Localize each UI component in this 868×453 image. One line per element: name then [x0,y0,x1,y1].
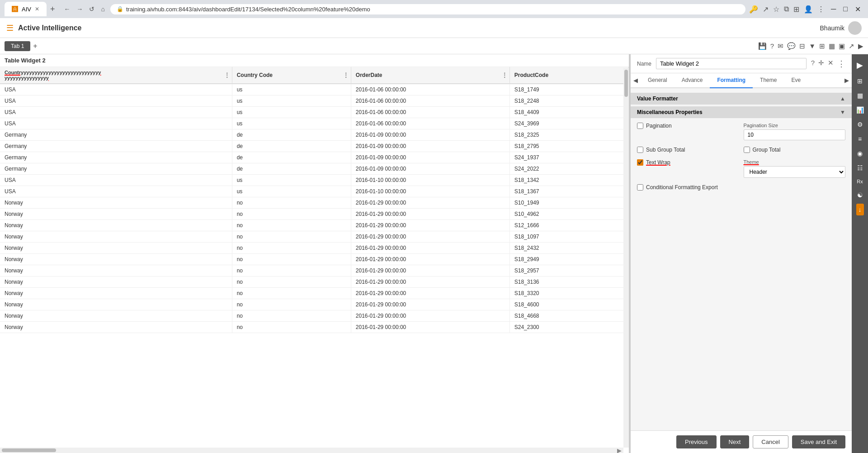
vertical-scrollbar[interactable] [623,68,629,448]
sidebar-icon-dashboard[interactable]: ⊞ [855,75,865,87]
sub-group-checkbox-label[interactable]: Sub Group Total [637,147,739,153]
sidebar-icon-rx[interactable]: Rx [854,176,865,186]
table-cell: USA [0,84,232,95]
sidebar-icon-download[interactable]: ↓ [856,204,864,215]
table-cell: Norway [0,299,232,310]
panel-move-icon[interactable]: ✛ [818,59,824,69]
previous-button[interactable]: Previous [676,435,717,448]
misc-properties-section[interactable]: Miscellaneous Properties ▼ [631,106,852,118]
tab-advance[interactable]: Advance [675,73,710,88]
save-and-exit-button[interactable]: Save and Exit [792,435,845,448]
hamburger-icon[interactable]: ☰ [6,23,14,33]
table-cell: no [232,254,351,265]
table-cell: Norway [0,265,232,277]
share-icon[interactable]: ↗ [763,5,769,14]
sidebar-icon-table[interactable]: ▦ [855,90,865,101]
col-menu-country[interactable]: ⋮ [224,72,230,79]
table-wrapper[interactable]: Countryyyyyyyyyyyyyyyyyyyyyyyyyyyyy yyyy… [0,67,629,452]
more-icon[interactable]: ⋮ [817,5,825,14]
table-cell: 2016-01-10 00:00:00 [351,175,509,186]
table-icon[interactable]: ▦ [829,42,835,50]
tab-general[interactable]: General [641,73,675,88]
key-icon[interactable]: 🔑 [749,5,758,14]
panel-collapse-icon[interactable]: ⋮ [837,59,845,69]
tab-formatting[interactable]: Formatting [710,73,753,88]
address-bar[interactable]: 🔒 training.aivhub.com:8443/aiv/dashboard… [110,4,745,14]
sidebar-icon-map[interactable]: ◉ [855,148,865,159]
sidebar-icon-report[interactable]: ☷ [855,162,865,174]
group-total-checkbox[interactable] [744,147,750,153]
refresh-button[interactable]: ↺ [87,5,96,14]
tab-close-btn[interactable]: ✕ [35,6,39,12]
theme-dropdown[interactable]: Header Default Blue Dark [744,166,846,178]
comment-icon[interactable]: 💬 [787,42,796,50]
table-cell: USA [0,107,232,118]
table-cell: USA [0,186,232,197]
pagination-size-input[interactable] [744,129,846,140]
sidebar-icon-1[interactable]: ▶ [854,58,865,72]
browser-tab[interactable]: 🅰 AIV ✕ [5,2,47,16]
panel-name-input[interactable] [656,58,807,69]
share2-icon[interactable]: ↗ [849,42,854,50]
grid2-icon[interactable]: ⊞ [819,42,825,50]
save-icon[interactable]: 💾 [758,42,767,50]
table-cell: 2016-01-29 00:00:00 [351,209,509,220]
minimize-button[interactable]: ─ [828,5,839,14]
play-icon[interactable]: ▶ [858,42,863,50]
filter1-icon[interactable]: ⊟ [799,42,805,50]
table-row: Norwayno2016-01-29 00:00:00S18_1097 [0,231,629,243]
conditional-formatting-checkbox[interactable] [637,184,643,191]
grid-icon[interactable]: ⊞ [793,5,799,14]
image-icon[interactable]: ▣ [839,42,845,50]
group-total-checkbox-label[interactable]: Group Total [744,147,846,153]
main-layout: Table Widget 2 Countryyyyyyyyyyyyyyyyyyy… [0,54,868,453]
value-formatter-label: Value Formatter [637,95,678,102]
table-cell: USA [0,118,232,129]
help-icon[interactable]: ? [770,42,774,50]
panel-close-icon[interactable]: ✕ [828,59,834,69]
pagination-checkbox-label[interactable]: Pagination [637,123,739,129]
text-wrap-checkbox-label[interactable]: Text Wrap [637,159,739,166]
mail-icon[interactable]: ✉ [778,42,783,50]
col-menu-orderdate[interactable]: ⋮ [501,72,508,79]
pagination-size-cell: Pagination Size [744,123,846,140]
add-tab-icon[interactable]: + [33,42,37,50]
sidebar-icon-yin[interactable]: ☯ [855,189,865,201]
sidebar-icon-chart[interactable]: 📊 [854,104,866,116]
home-button[interactable]: ⌂ [99,5,106,14]
col-menu-countrycode[interactable]: ⋮ [343,72,349,79]
table-cell: Germany [0,141,232,152]
tab-1-button[interactable]: Tab 1 [5,41,30,51]
conditional-formatting-label[interactable]: Conditional Formatting Export [637,184,718,191]
forward-button[interactable]: → [75,5,85,14]
value-formatter-section[interactable]: Value Formatter ▲ [631,93,852,105]
profile-icon[interactable]: 👤 [804,5,813,14]
panel-help-icon[interactable]: ? [811,59,815,69]
puzzle-icon[interactable]: ⧉ [784,5,789,13]
filter2-icon[interactable]: ▼ [809,42,816,50]
cancel-button[interactable]: Cancel [753,435,788,448]
table-area: Table Widget 2 Countryyyyyyyyyyyyyyyyyyy… [0,54,630,453]
tab-theme[interactable]: Theme [753,73,784,88]
table-cell: 2016-01-29 00:00:00 [351,197,509,209]
scroll-right-arrow[interactable]: ▶ [615,447,623,453]
back-button[interactable]: ← [62,5,72,14]
maximize-button[interactable]: □ [840,5,850,14]
next-button[interactable]: Next [720,435,750,448]
toolbar: Tab 1 + 💾 ? ✉ 💬 ⊟ ▼ ⊞ ▦ ▣ ↗ ▶ [0,38,868,54]
table-cell: S18_2795 [509,141,628,152]
new-tab-button[interactable]: + [50,5,55,14]
table-row: Germanyde2016-01-09 00:00:00S18_2795 [0,141,629,152]
star-icon[interactable]: ☆ [773,5,779,14]
table-cell: 2016-01-06 00:00:00 [351,84,509,95]
sidebar-icon-filter[interactable]: ≡ [856,133,864,145]
pagination-checkbox[interactable] [637,123,643,129]
tab-eve[interactable]: Eve [784,73,808,88]
horizontal-scrollbar[interactable]: ▶ [0,448,623,453]
tab-next-arrow[interactable]: ▶ [842,73,852,87]
tab-prev-arrow[interactable]: ◀ [631,73,641,87]
sidebar-icon-settings[interactable]: ⚙ [855,119,865,130]
text-wrap-checkbox[interactable] [637,159,643,166]
sub-group-total-checkbox[interactable] [637,147,643,153]
close-button[interactable]: ✕ [852,5,863,14]
